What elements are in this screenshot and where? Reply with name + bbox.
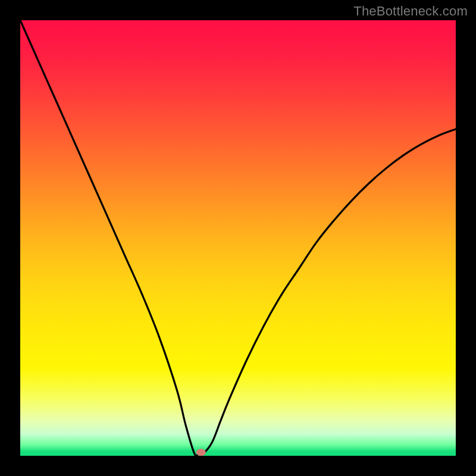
- curve-layer: [20, 20, 456, 456]
- chart-frame: TheBottleneck.com: [0, 0, 476, 476]
- watermark-text: TheBottleneck.com: [353, 4, 468, 19]
- bottleneck-curve: [20, 20, 456, 456]
- optimum-marker: [196, 449, 206, 456]
